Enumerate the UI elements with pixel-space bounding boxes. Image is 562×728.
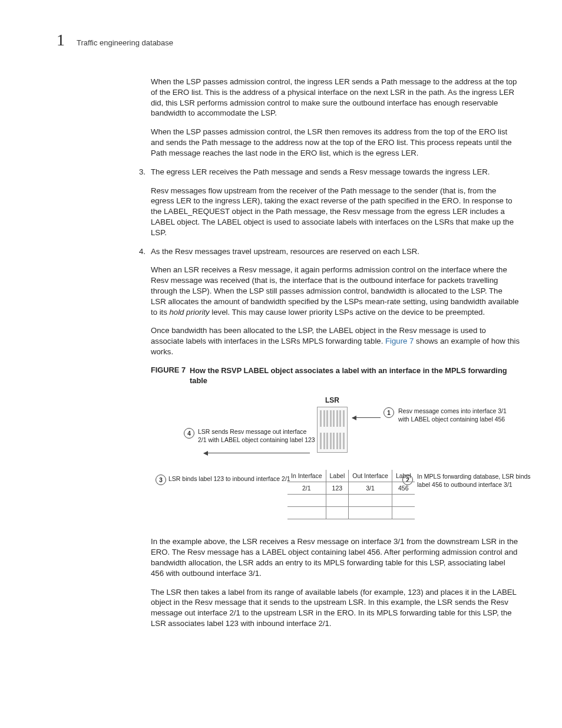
list-text: As the Resv messages travel upstream, re… <box>151 246 520 257</box>
chapter-title: Traffic engineering database <box>77 38 173 47</box>
ordered-list-item: 4. As the Resv messages travel upstream,… <box>139 246 520 257</box>
list-number: 3. <box>139 167 151 177</box>
table-row: 2/1 123 3/1 456 <box>287 482 415 495</box>
figure-caption-text: How the RSVP LABEL object associates a l… <box>190 365 520 386</box>
emphasis: hold priority <box>170 308 210 317</box>
table-header-cell: In Interface <box>287 470 326 482</box>
diagram-node-title: LSR <box>317 396 348 404</box>
step-marker: 4 <box>184 428 194 439</box>
arrow-left-icon <box>352 417 381 418</box>
figure-reference-link[interactable]: Figure 7 <box>385 337 414 345</box>
paragraph: When an LSR receives a Resv message, it … <box>151 265 520 317</box>
router-slots-top <box>320 410 345 427</box>
paragraph: The LSR then takes a label from its rang… <box>151 587 520 629</box>
step-marker: 3 <box>156 475 166 485</box>
table-header-cell: Label <box>326 470 349 482</box>
list-text: The egress LER receives the Path message… <box>151 167 520 177</box>
figure-caption: FIGURE 7 How the RSVP LABEL object assoc… <box>151 365 520 386</box>
step-caption: LSR binds label 123 to inbound interface… <box>168 475 292 483</box>
table-header-cell: Label <box>392 470 414 482</box>
paragraph: Resv messages flow upstream from the rec… <box>151 186 520 238</box>
step-caption: Resv message comes into interface 3/1 wi… <box>398 407 516 423</box>
paragraph: When the LSP passes admission control, t… <box>151 127 520 158</box>
page-header: 1 Traffic engineering database <box>57 31 520 50</box>
paragraph: When the LSP passes admission control, t… <box>151 77 520 118</box>
table-cell: 456 <box>392 482 414 495</box>
step-caption: LSR sends Resv message out interface 2/1… <box>198 428 316 443</box>
router-icon <box>317 407 348 453</box>
forwarding-table: In Interface Label Out Interface Label 2… <box>287 470 415 519</box>
table-cell: 2/1 <box>287 482 326 495</box>
router-slots-bottom <box>320 433 345 449</box>
figure-diagram: LSR 1 2 3 4 Resv message comes into inte… <box>151 396 520 526</box>
arrow-left-icon <box>204 453 310 453</box>
table-cell: 3/1 <box>349 482 392 495</box>
text-run: level. This may cause lower priority LSP… <box>210 308 485 317</box>
table-cell: 123 <box>326 482 349 495</box>
step-marker: 1 <box>384 407 394 418</box>
step-caption: In MPLS forwarding database, LSR binds l… <box>417 473 535 488</box>
page: 1 Traffic engineering database When the … <box>0 0 562 728</box>
list-number: 4. <box>139 246 151 257</box>
body-column: When the LSP passes admission control, t… <box>151 77 520 629</box>
table-row <box>287 507 415 519</box>
paragraph: Once bandwidth has been allocated to the… <box>151 325 520 357</box>
table-header-cell: Out Interface <box>349 470 392 482</box>
chapter-number: 1 <box>57 31 65 50</box>
paragraph: In the example above, the LSR receives a… <box>151 536 520 578</box>
table-header-row: In Interface Label Out Interface Label <box>287 470 415 482</box>
table-row <box>287 495 415 507</box>
figure-label: FIGURE 7 <box>151 365 190 386</box>
ordered-list-item: 3. The egress LER receives the Path mess… <box>139 167 520 177</box>
